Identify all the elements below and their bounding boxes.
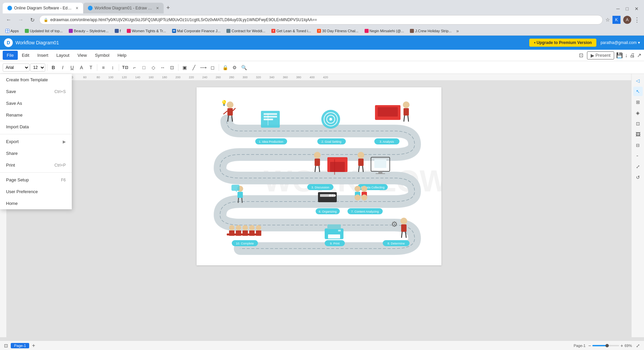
menu-item-view[interactable]: View (73, 51, 91, 60)
restore-btn[interactable]: □ (623, 5, 631, 12)
page-tab-active[interactable]: Page-1 (11, 343, 29, 348)
browser-tab-1[interactable]: Online Diagram Software - Edra... ✕ (3, 3, 83, 13)
save-cloud-btn[interactable]: 💾 (616, 52, 623, 58)
zoom-in-btn[interactable]: + (621, 343, 623, 348)
font-family-select[interactable]: Arial (3, 63, 30, 72)
share-btn[interactable]: ↗ (637, 52, 641, 58)
bold-btn[interactable]: B (49, 63, 58, 72)
bookmark-jcrew[interactable]: J.Crew Holiday Strip... (407, 28, 454, 34)
address-bar[interactable]: 🔒 edrawmax.com/online/app.html?y0/KUjV2K… (39, 15, 603, 25)
file-menu-item-home[interactable]: Home (0, 198, 72, 209)
file-menu-item-import[interactable]: Import Data (0, 121, 72, 133)
account-btn[interactable]: A (623, 16, 631, 24)
fill-btn[interactable]: ▣ (180, 63, 189, 72)
upgrade-btn[interactable]: • Upgrade to Premium Version (529, 39, 596, 47)
tab-2-close[interactable]: ✕ (156, 6, 159, 10)
bookmark-negin[interactable]: Negin Mirsalehi (@... (362, 28, 407, 34)
menu-item-insert[interactable]: Insert (33, 51, 52, 60)
menu-item-help[interactable]: Help (113, 51, 130, 60)
close-btn[interactable]: ✕ (632, 5, 641, 12)
print-btn[interactable]: 🖨 (630, 52, 635, 58)
sidebar-history-btn[interactable]: ↺ (633, 173, 643, 182)
svg-rect-38 (358, 159, 364, 166)
minimize-btn[interactable]: ─ (614, 5, 623, 12)
diagram-canvas[interactable]: WORKFLOW (197, 87, 441, 265)
h-scrollbar[interactable] (0, 337, 644, 341)
file-menu-item-template[interactable]: Create from Template (0, 74, 72, 86)
menu-item-layout[interactable]: Layout (52, 51, 73, 60)
menu-item-file[interactable]: File (3, 51, 18, 60)
zoom-slider-track[interactable] (592, 345, 619, 346)
file-menu-item-pagesetup[interactable]: Page Setup F6 (0, 174, 72, 186)
arrow-btn[interactable]: ⟶ (199, 63, 208, 72)
connector-btn[interactable]: ⌐ (130, 63, 139, 72)
sidebar-image-btn[interactable]: 🖼 (633, 130, 643, 139)
present-btn[interactable]: ▶Present (587, 51, 614, 59)
sidebar-diamond-btn[interactable]: ◈ (633, 108, 643, 118)
bookmark-2[interactable]: Updated list of top... (22, 28, 65, 34)
menu-item-symbol[interactable]: Symbol (91, 51, 113, 60)
add-page-btn[interactable]: + (32, 343, 35, 349)
status-bar: ⊡ Page-1 + Page-1 − + 69% ⤢ (0, 341, 644, 350)
toolbar-divider-1 (47, 64, 47, 71)
fullscreen-btn[interactable]: ⤢ (636, 343, 640, 348)
bookmarks-more[interactable]: » (455, 28, 460, 34)
bookmark-corporate[interactable]: M Mal Corporate Finance J... (169, 28, 223, 34)
menu-item-edit[interactable]: Edit (18, 51, 33, 60)
bookmark-women-tights[interactable]: Women Tights & Tr... (124, 28, 169, 34)
font-color-btn[interactable]: A (77, 63, 86, 72)
bookmark-btn[interactable]: ☆ (605, 17, 610, 23)
bookmark-contract[interactable]: Contract for Weddi... (224, 28, 268, 34)
shape-rect-btn[interactable]: □ (140, 63, 148, 72)
align-h-btn[interactable]: ↔ (158, 63, 167, 72)
back-btn[interactable]: ← (4, 16, 13, 24)
distribute-btn[interactable]: ⊡ (168, 63, 176, 72)
file-menu-item-rename[interactable]: Rename (0, 109, 72, 121)
more-btn[interactable]: ⋮ (634, 16, 640, 24)
bookmark-getlean[interactable]: f Get Lean & Toned i... (269, 28, 314, 34)
bookmark-3[interactable]: Beauty – Styledrive... (66, 28, 111, 34)
sidebar-search-canvas-btn[interactable]: ⊡ (633, 119, 643, 128)
canvas-content[interactable]: WORKFLOW (7, 81, 631, 337)
sidebar-fullfit-btn[interactable]: ⤢ (633, 162, 643, 171)
profile-btn[interactable]: K (612, 16, 621, 24)
sidebar-pointer-btn[interactable]: ↖ (633, 87, 643, 96)
sidebar-grid-btn[interactable]: ⊞ (633, 97, 643, 107)
file-menu-item-export[interactable]: Export ▶ (0, 136, 72, 147)
file-menu-item-print[interactable]: Print Ctrl+P (0, 159, 72, 171)
add-tab-button[interactable]: + (164, 4, 173, 11)
font-size-select[interactable]: 12 (30, 63, 45, 72)
search-btn[interactable]: 🔍 (239, 63, 248, 72)
shape-oval-btn[interactable]: ◇ (149, 63, 158, 72)
user-account[interactable]: paratha@gmail.com ▾ (600, 40, 640, 45)
bookmark-apps[interactable]: Apps (3, 28, 21, 34)
sidebar-org-btn[interactable]: ⊟ (633, 140, 643, 150)
reload-btn[interactable]: ↻ (28, 16, 37, 24)
spacing-btn[interactable]: ↕ (108, 63, 117, 72)
forward-btn[interactable]: → (16, 16, 25, 24)
file-menu-item-userprefs[interactable]: User Preference (0, 186, 72, 198)
bookmark-30day[interactable]: f 30 Day Fitness Chal... (314, 28, 361, 34)
zoom-slider-thumb[interactable] (605, 344, 609, 347)
screen-btn[interactable]: ⊡ (577, 51, 585, 59)
text-box-btn[interactable]: T⊡ (121, 63, 129, 72)
file-menu-item-save[interactable]: Save Ctrl+S (0, 86, 72, 97)
shadow-btn[interactable]: ◻ (208, 63, 217, 72)
file-menu-item-saveas[interactable]: Save As (0, 97, 72, 109)
zoom-out-btn[interactable]: − (588, 343, 591, 348)
page-icon-btn[interactable]: ⊡ (4, 343, 8, 348)
lock-btn[interactable]: 🔒 (221, 63, 229, 72)
tab-1-close[interactable]: ✕ (75, 6, 78, 10)
file-menu-item-share[interactable]: Share (0, 147, 72, 159)
browser-tab-2[interactable]: Workflow Diagram01 - Edraw M... ✕ (83, 3, 164, 13)
sidebar-line-btn[interactable]: ╴ (633, 151, 643, 161)
line-btn[interactable]: ╱ (190, 63, 198, 72)
align-btn[interactable]: ≡ (99, 63, 108, 72)
settings-btn[interactable]: ⚙ (230, 63, 239, 72)
italic-btn[interactable]: I (58, 63, 67, 72)
download-btn[interactable]: ↓ (625, 52, 628, 58)
text-style-btn[interactable]: T (87, 63, 95, 72)
underline-btn[interactable]: U (68, 63, 76, 72)
sidebar-collapse-btn[interactable]: ◁ (633, 76, 643, 85)
bookmark-4[interactable]: f (112, 28, 123, 34)
